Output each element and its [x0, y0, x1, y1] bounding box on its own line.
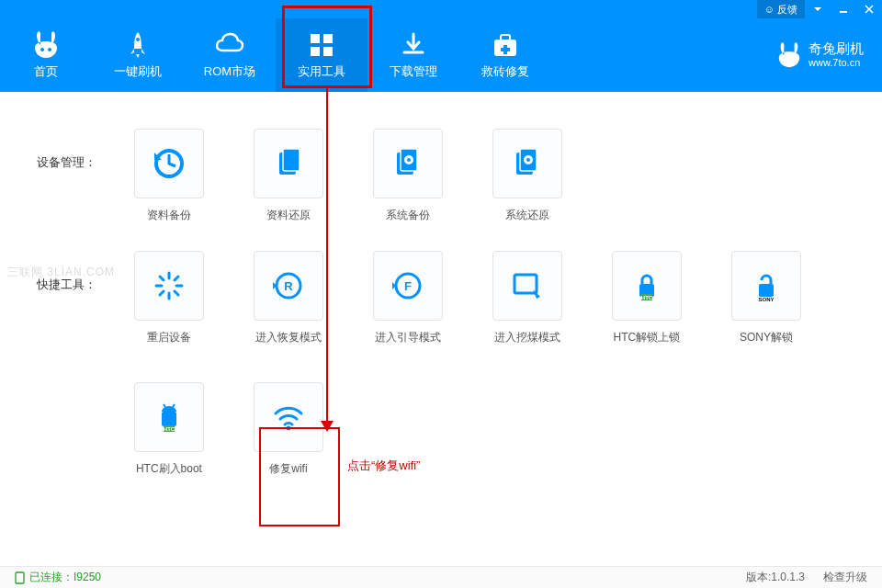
tile-label: 系统还原	[505, 208, 549, 223]
svg-rect-44	[16, 572, 24, 583]
status-connection: 已连接：I9250	[15, 570, 101, 585]
tile-label: 资料还原	[266, 208, 311, 223]
annotation-arrow-head	[321, 421, 334, 432]
nav-home[interactable]: 首页	[0, 18, 92, 92]
nav-label: ROM市场	[204, 63, 255, 80]
svg-rect-36	[759, 284, 774, 297]
tile-htc-boot[interactable]: HTC HTC刷入boot	[128, 382, 210, 477]
loading-icon	[151, 267, 187, 304]
brand-name: 奇兔刷机	[808, 40, 864, 57]
dropdown-button[interactable]	[805, 0, 831, 18]
svg-rect-1	[311, 34, 320, 43]
svg-rect-4	[323, 47, 333, 56]
close-button[interactable]	[856, 0, 882, 18]
tile-recovery-mode[interactable]: R 进入恢复模式	[247, 251, 330, 345]
tile-fix-wifi[interactable]: 修复wifi	[247, 382, 330, 477]
minimize-button[interactable]	[831, 0, 856, 18]
svg-line-40	[173, 404, 175, 407]
restore-icon	[270, 145, 307, 182]
medkit-icon	[491, 30, 520, 60]
svg-point-15	[407, 158, 411, 162]
svg-rect-6	[501, 35, 510, 40]
svg-line-27	[160, 291, 164, 295]
rocket-icon	[123, 30, 153, 60]
tile-backup-system[interactable]: 系统备份	[367, 129, 449, 223]
fastboot-icon: F	[390, 267, 426, 304]
tile-label: HTC刷入boot	[136, 461, 202, 477]
nav-label: 救砖修复	[481, 63, 529, 80]
nav-tools[interactable]: 实用工具	[276, 18, 368, 92]
svg-line-25	[175, 291, 178, 295]
tiles-tools: 重启设备 R 进入恢复模式 F 进入引导模式 进入挖煤模式 HTC HTC解锁上…	[128, 251, 873, 477]
svg-line-39	[164, 404, 165, 407]
grid-icon	[307, 30, 336, 60]
tiles-device: 资料备份 资料还原 系统备份 系统还原	[128, 129, 873, 223]
tile-label: HTC解锁上锁	[614, 330, 681, 345]
annotation-callout: 点击“修复wifi”	[347, 458, 420, 474]
nav: 首页 一键刷机 ROM市场 实用工具 下载管理 救砖修复	[0, 18, 551, 92]
sony-lock-icon: SONY	[748, 267, 785, 304]
nav-downloads[interactable]: 下载管理	[368, 18, 459, 92]
nav-label: 实用工具	[298, 63, 345, 80]
tile-fastboot-mode[interactable]: F 进入引导模式	[367, 251, 449, 345]
nav-label: 一键刷机	[114, 63, 162, 80]
section-quick-tools: 快捷工具： 重启设备 R 进入恢复模式 F 进入引导模式 进入挖煤模式 HTC …	[37, 251, 873, 477]
svg-rect-38	[162, 412, 176, 426]
statusbar: 已连接：I9250 版本:1.0.1.3 检查升级	[0, 566, 882, 588]
svg-line-26	[175, 277, 178, 280]
cloud-icon	[215, 30, 244, 60]
download-icon	[399, 30, 428, 60]
svg-text:HTC: HTC	[164, 426, 175, 432]
watermark: 三联网 3LIAN.COM	[7, 265, 115, 280]
svg-text:HTC: HTC	[641, 295, 653, 300]
android-icon: HTC	[151, 399, 187, 435]
svg-rect-9	[283, 149, 300, 171]
tile-reboot[interactable]: 重启设备	[128, 251, 210, 345]
tile-label: 资料备份	[147, 208, 191, 223]
tile-label: SONY解锁	[740, 330, 793, 345]
sys-backup-icon	[390, 145, 426, 182]
recovery-icon: R	[270, 267, 307, 304]
check-update-link[interactable]: 检查升级	[823, 570, 867, 585]
brand-rabbit-icon	[775, 41, 803, 69]
backup-icon	[151, 145, 187, 182]
svg-line-24	[160, 277, 164, 280]
tile-label: 重启设备	[147, 330, 191, 345]
tile-download-mode[interactable]: 进入挖煤模式	[486, 251, 569, 345]
annotation-arrow	[326, 88, 328, 428]
status-version: 版本:1.0.1.3	[746, 570, 805, 585]
svg-text:F: F	[404, 279, 412, 293]
nav-label: 首页	[34, 63, 58, 80]
tile-label: 进入挖煤模式	[494, 330, 560, 345]
svg-text:R: R	[284, 279, 293, 293]
main: 设备管理： 资料备份 资料还原 系统备份 系统还原 快捷工具：	[0, 92, 882, 570]
svg-rect-0	[840, 11, 847, 13]
sys-restore-icon	[509, 145, 546, 182]
dig-icon	[509, 267, 546, 304]
tile-sony-unlock[interactable]: SONY SONY解锁	[725, 251, 808, 345]
section-device-mgmt: 设备管理： 资料备份 资料还原 系统备份 系统还原	[37, 129, 873, 223]
tile-htc-unlock[interactable]: HTC HTC解锁上锁	[605, 251, 688, 345]
htc-lock-icon: HTC	[628, 267, 665, 304]
tile-backup-data[interactable]: 资料备份	[128, 129, 210, 223]
tile-restore-system[interactable]: 系统还原	[486, 129, 569, 223]
feedback-button[interactable]: ☺反馈	[757, 0, 805, 18]
svg-point-43	[286, 426, 290, 431]
brand-url: www.7to.cn	[808, 57, 864, 69]
nav-flash[interactable]: 一键刷机	[92, 18, 184, 92]
wifi-icon	[270, 399, 307, 435]
brand: 奇兔刷机 www.7to.cn	[775, 40, 864, 69]
phone-icon	[15, 571, 25, 584]
section-label: 设备管理：	[37, 154, 128, 171]
header: 首页 一键刷机 ROM市场 实用工具 下载管理 救砖修复 奇兔刷机 www.7t…	[0, 18, 882, 92]
tile-label: 系统备份	[386, 208, 430, 223]
rabbit-icon	[31, 30, 61, 60]
nav-rom-market[interactable]: ROM市场	[184, 18, 276, 92]
tile-label: 进入恢复模式	[255, 330, 322, 345]
nav-label: 下载管理	[390, 63, 437, 80]
tile-restore-data[interactable]: 资料还原	[247, 129, 330, 223]
tile-label: 进入引导模式	[375, 330, 441, 345]
tile-label: 修复wifi	[269, 461, 307, 477]
svg-rect-2	[323, 34, 333, 43]
nav-rescue[interactable]: 救砖修复	[459, 18, 551, 92]
